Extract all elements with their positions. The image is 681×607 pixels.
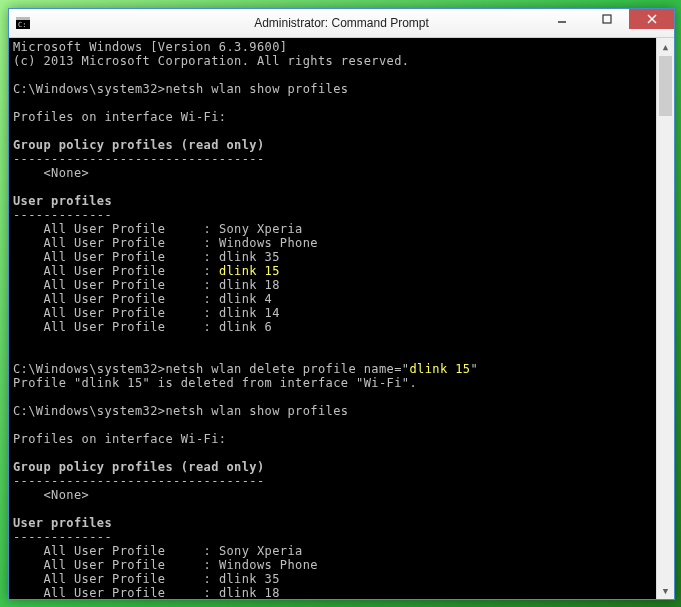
user-profiles-underline: -------------: [13, 530, 112, 544]
profile-label: All User Profile: [13, 306, 166, 320]
colon: :: [196, 250, 219, 264]
group-policy-heading: Group policy profiles (read only): [13, 460, 265, 474]
profile-name-highlight: dlink 15: [219, 264, 280, 278]
profile-label: All User Profile: [13, 544, 166, 558]
colon: :: [196, 292, 219, 306]
colon: :: [196, 264, 219, 278]
delete-result-line: Profile "dlink 15" is deleted from inter…: [13, 376, 417, 390]
profile-label: All User Profile: [13, 558, 166, 572]
profile-label: All User Profile: [13, 264, 166, 278]
titlebar: C: Administrator: Command Prompt: [9, 9, 674, 38]
profiles-interface-line: Profiles on interface Wi-Fi:: [13, 110, 227, 124]
window-controls: [539, 9, 674, 37]
colon: :: [196, 558, 219, 572]
group-policy-heading: Group policy profiles (read only): [13, 138, 265, 152]
group-policy-underline: ---------------------------------: [13, 474, 265, 488]
cmd-icon: C:: [15, 15, 31, 31]
profile-label: All User Profile: [13, 222, 166, 236]
colon: :: [196, 572, 219, 586]
colon: :: [196, 236, 219, 250]
profile-name: Windows Phone: [219, 236, 318, 250]
profile-label: All User Profile: [13, 278, 166, 292]
profile-name: dlink 18: [219, 586, 280, 599]
profile-label: All User Profile: [13, 320, 166, 334]
colon: :: [196, 544, 219, 558]
copyright-line: (c) 2013 Microsoft Corporation. All righ…: [13, 54, 409, 68]
scroll-down-arrow-icon[interactable]: ▼: [657, 582, 674, 599]
terminal-area: Microsoft Windows [Version 6.3.9600] (c)…: [9, 38, 674, 599]
svg-text:C:: C:: [18, 21, 26, 29]
profile-name: Sony Xperia: [219, 222, 303, 236]
os-version-line: Microsoft Windows [Version 6.3.9600]: [13, 40, 288, 54]
terminal-output[interactable]: Microsoft Windows [Version 6.3.9600] (c)…: [9, 38, 656, 599]
user-profiles-heading: User profiles: [13, 194, 112, 208]
svg-rect-1: [16, 17, 30, 20]
profile-label: All User Profile: [13, 572, 166, 586]
prompt: C:\Windows\system32>: [13, 82, 166, 96]
profile-name: Sony Xperia: [219, 544, 303, 558]
command-prompt-window: C: Administrator: Command Prompt Microso…: [8, 8, 675, 600]
maximize-button[interactable]: [584, 9, 629, 29]
group-policy-underline: ---------------------------------: [13, 152, 265, 166]
vertical-scrollbar[interactable]: ▲ ▼: [656, 38, 674, 599]
colon: :: [196, 586, 219, 599]
group-policy-none: <None>: [13, 488, 89, 502]
profile-label: All User Profile: [13, 236, 166, 250]
user-profiles-underline: -------------: [13, 208, 112, 222]
command-show-profiles: netsh wlan show profiles: [166, 404, 349, 418]
colon: :: [196, 222, 219, 236]
prompt: C:\Windows\system32>: [13, 362, 166, 376]
profile-label: All User Profile: [13, 250, 166, 264]
minimize-button[interactable]: [539, 9, 584, 29]
profile-name: dlink 35: [219, 572, 280, 586]
profile-name: dlink 4: [219, 292, 272, 306]
command-delete-prefix: netsh wlan delete profile name=": [166, 362, 410, 376]
group-policy-none: <None>: [13, 166, 89, 180]
scroll-thumb[interactable]: [659, 56, 672, 116]
colon: :: [196, 306, 219, 320]
command-show-profiles: netsh wlan show profiles: [166, 82, 349, 96]
scroll-up-arrow-icon[interactable]: ▲: [657, 38, 674, 55]
profile-name: Windows Phone: [219, 558, 318, 572]
user-profiles-heading: User profiles: [13, 516, 112, 530]
close-button[interactable]: [629, 9, 674, 29]
svg-rect-4: [603, 15, 611, 23]
profile-name: dlink 35: [219, 250, 280, 264]
command-delete-target: dlink 15: [410, 362, 471, 376]
profile-label: All User Profile: [13, 586, 166, 599]
colon: :: [196, 320, 219, 334]
profile-name: dlink 6: [219, 320, 272, 334]
profile-name: dlink 18: [219, 278, 280, 292]
profile-label: All User Profile: [13, 292, 166, 306]
profile-name: dlink 14: [219, 306, 280, 320]
command-delete-suffix: ": [471, 362, 479, 376]
prompt: C:\Windows\system32>: [13, 404, 166, 418]
profiles-interface-line: Profiles on interface Wi-Fi:: [13, 432, 227, 446]
colon: :: [196, 278, 219, 292]
